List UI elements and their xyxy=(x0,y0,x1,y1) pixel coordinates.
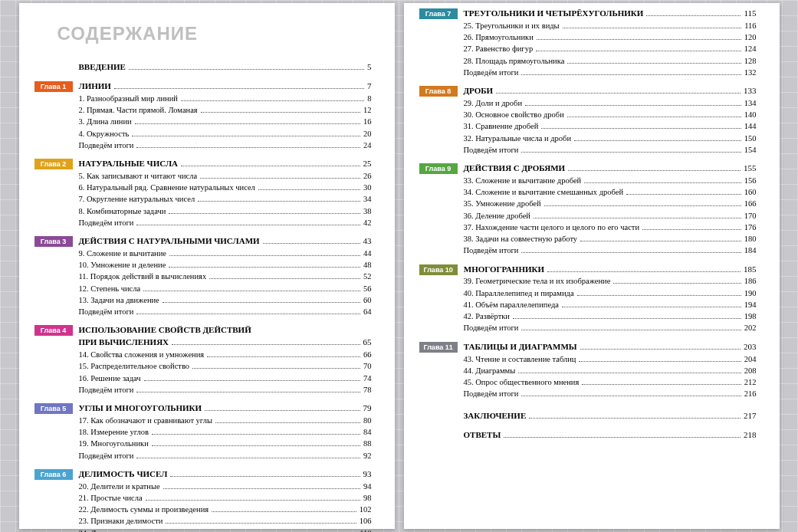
leader-dots xyxy=(152,445,360,446)
leader-dots xyxy=(537,39,741,40)
item-page: 42 xyxy=(363,217,372,228)
item-page: 180 xyxy=(744,233,757,245)
leader-dots xyxy=(544,205,741,206)
item-label: 14. Свойства сложения и умножения xyxy=(79,349,205,360)
leader-dots xyxy=(541,128,741,129)
item-label: 39. Геометрические тела и их изображение xyxy=(464,275,611,287)
leader-dots xyxy=(534,218,741,218)
chapter-badge: Глава 11 xyxy=(419,342,458,353)
item-page: 216 xyxy=(744,388,757,399)
item-page: 66 xyxy=(363,349,372,360)
leader-dots xyxy=(584,182,741,183)
leader-dots xyxy=(521,152,741,153)
toc-item: Подведём итоги132 xyxy=(464,67,757,78)
toc-item: 26. Прямоугольники120 xyxy=(464,31,757,43)
chapter-page: 79 xyxy=(363,402,372,415)
leader-dots xyxy=(215,422,360,423)
chapter-items: 17. Как обозначают и сравнивают углы8018… xyxy=(34,415,372,461)
leader-dots xyxy=(152,434,360,435)
conclusion-page: 217 xyxy=(744,410,757,422)
item-page: 52 xyxy=(363,271,372,282)
chapter-head: Глава 7ТРЕУГОЛЬНИКИ И ЧЕТЫРЁХУГОЛЬНИКИ11… xyxy=(419,8,757,20)
item-page: 204 xyxy=(744,353,757,365)
toc-item: 14. Свойства сложения и умножения66 xyxy=(79,349,372,360)
intro-row: . ВВЕДЕНИЕ 5 xyxy=(34,61,372,74)
toc-item: 33. Сложение и вычитание дробей156 xyxy=(464,175,757,186)
toc-item: Подведём итоги42 xyxy=(79,217,372,228)
chapter-head: Глава 4ИСПОЛЬЗОВАНИЕ СВОЙСТВ ДЕЙСТВИЙПРИ… xyxy=(34,324,372,349)
leader-dots xyxy=(205,410,360,411)
chapter: Глава 10МНОГОГРАННИКИ18539. Геометрическ… xyxy=(419,264,757,334)
item-page: 106 xyxy=(360,515,372,527)
toc-item: 20. Делители и кратные94 xyxy=(79,481,372,492)
chapter-title-cont: ПРИ ВЫЧИСЛЕНИЯХ xyxy=(79,337,169,349)
leader-dots xyxy=(626,194,741,195)
chapter-head: Глава 9ДЕЙСТВИЯ С ДРОБЯМИ155 xyxy=(419,163,757,175)
item-label: 5. Как записывают и читают числа xyxy=(79,170,198,182)
chapter: Глава 6ДЕЛИМОСТЬ ЧИСЕЛ9320. Делители и к… xyxy=(34,468,372,532)
item-page: 154 xyxy=(744,144,757,156)
intro-page: 5 xyxy=(367,61,372,74)
item-label: 29. Доли и дроби xyxy=(464,97,523,109)
item-label: 20. Делители и кратные xyxy=(79,481,160,492)
item-label: 18. Измерение углов xyxy=(79,426,149,438)
toc-item: 23. Признаки делимости106 xyxy=(79,515,372,527)
conclusion-title: ЗАКЛЮЧЕНИЕ xyxy=(464,410,527,422)
leader-dots xyxy=(163,488,360,489)
item-label: Подведём итоги xyxy=(464,245,519,256)
item-page: 12 xyxy=(363,104,372,116)
leader-dots xyxy=(521,396,741,396)
chapter: Глава 1ЛИНИИ71. Разнообразный мир линий8… xyxy=(34,80,372,151)
leader-dots xyxy=(163,302,360,303)
chapter-head: Глава 3ДЕЙСТВИЯ С НАТУРАЛЬНЫМИ ЧИСЛАМИ43 xyxy=(34,235,372,248)
toc-item: 21. Простые числа98 xyxy=(79,492,372,504)
chapter-page: 93 xyxy=(363,468,372,481)
toc-item: 37. Нахождение части целого и целого по … xyxy=(464,222,757,233)
chapter-page: 25 xyxy=(363,158,372,170)
leader-dots xyxy=(521,74,741,75)
item-page: 34 xyxy=(363,193,372,205)
toc-item: 1. Разнообразный мир линий8 xyxy=(79,93,372,104)
item-label: 2. Прямая. Части прямой. Ломаная xyxy=(79,104,198,116)
toc-item: 30. Основное свойство дроби140 xyxy=(464,109,757,120)
item-label: 22. Делимость суммы и произведения xyxy=(79,504,209,515)
item-page: 194 xyxy=(744,299,757,310)
chapter-head: Глава 1ЛИНИИ7 xyxy=(34,80,372,93)
item-label: 21. Простые числа xyxy=(79,492,143,504)
toc-item: 6. Натуральный ряд. Сравнение натуральны… xyxy=(79,182,372,193)
item-label: 9. Сложение и вычитание xyxy=(79,248,166,259)
item-page: 116 xyxy=(744,20,756,31)
item-page: 170 xyxy=(744,210,757,222)
item-label: 26. Прямоугольники xyxy=(464,31,534,43)
toc-item: 34. Сложение и вычитание смешанных дробе… xyxy=(464,186,757,198)
item-page: 120 xyxy=(744,31,757,43)
toc-item: 44. Диаграммы208 xyxy=(464,365,757,376)
item-label: 35. Умножение дробей xyxy=(464,198,541,209)
item-page: 88 xyxy=(363,438,372,449)
item-label: 27. Равенство фигур xyxy=(464,43,534,54)
item-label: 30. Основное свойство дроби xyxy=(464,109,564,120)
leader-dots xyxy=(169,267,360,268)
item-page: 16 xyxy=(363,116,372,127)
item-label: Подведём итоги xyxy=(464,144,519,156)
chapter-head: Глава 11ТАБЛИЦЫ И ДИАГРАММЫ203 xyxy=(419,341,757,353)
item-page: 20 xyxy=(363,128,372,140)
item-label: Подведём итоги xyxy=(464,322,519,333)
item-page: 140 xyxy=(744,109,757,120)
chapter-page: 185 xyxy=(744,264,757,276)
leader-dots xyxy=(562,307,741,307)
item-label: 3. Длина линии xyxy=(79,116,132,127)
toc-item: 4. Окружность20 xyxy=(79,128,372,140)
chapter: Глава 3ДЕЙСТВИЯ С НАТУРАЛЬНЫМИ ЧИСЛАМИ43… xyxy=(34,235,372,317)
item-label: 25. Треугольники и их виды xyxy=(464,20,560,31)
leader-dots xyxy=(582,384,741,385)
leader-dots xyxy=(563,28,741,28)
item-page: 70 xyxy=(363,360,372,372)
leader-dots xyxy=(136,392,360,392)
leader-dots xyxy=(143,291,360,291)
chapter-head: Глава 10МНОГОГРАННИКИ185 xyxy=(419,264,757,276)
chapter-page: 43 xyxy=(363,235,372,248)
toc-item: Подведём итоги78 xyxy=(79,384,372,396)
chapter-page: 7 xyxy=(367,80,372,93)
toc-item: 29. Доли и дроби134 xyxy=(464,97,757,109)
